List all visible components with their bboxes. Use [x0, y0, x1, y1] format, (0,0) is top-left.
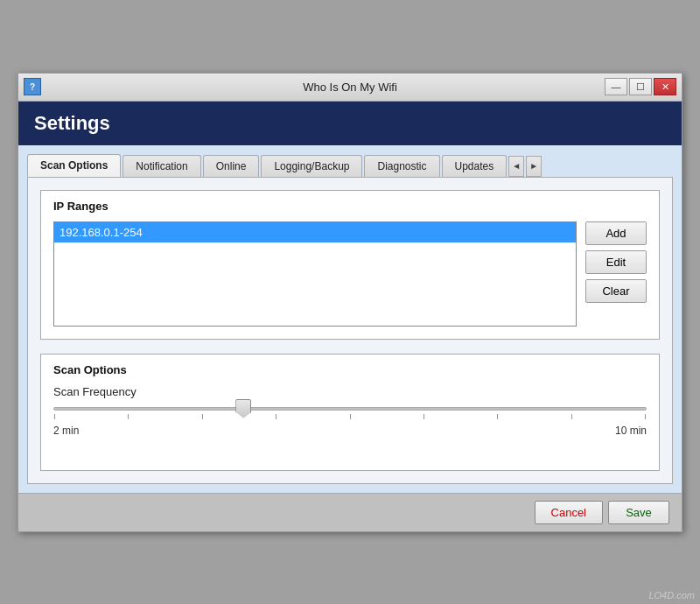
main-window: ? Who Is On My Wifi — ☐ ✕ Settings Scan …	[18, 73, 682, 532]
scan-frequency-label: Scan Frequency	[53, 385, 647, 398]
main-content: Scan Options Notification Online Logging…	[18, 145, 682, 493]
slider-min-label: 2 min	[53, 425, 79, 437]
ip-range-item[interactable]: 192.168.0.1-254	[54, 222, 576, 242]
close-button[interactable]: ✕	[654, 78, 676, 95]
tick	[54, 414, 55, 419]
window-title: Who Is On My Wifi	[303, 81, 397, 94]
title-bar-left: ?	[24, 78, 41, 95]
ip-range-buttons: Add Edit Clear	[585, 221, 647, 327]
tabs-row: Scan Options Notification Online Logging…	[27, 154, 673, 178]
tab-scan-options[interactable]: Scan Options	[27, 154, 121, 177]
title-bar: ? Who Is On My Wifi — ☐ ✕	[18, 74, 682, 102]
slider-max-label: 10 min	[615, 425, 647, 437]
watermark: LO4D.com	[648, 590, 695, 600]
ip-ranges-group: IP Ranges 192.168.0.1-254 Add Edit Clear	[40, 190, 660, 340]
tab-online[interactable]: Online	[203, 155, 260, 177]
settings-header: Settings	[18, 102, 682, 145]
tab-scroll-left[interactable]: ◄	[508, 156, 524, 177]
slider-labels: 2 min 10 min	[53, 425, 647, 437]
ip-ranges-list[interactable]: 192.168.0.1-254	[53, 221, 577, 327]
tab-notification[interactable]: Notification	[122, 155, 200, 177]
maximize-button[interactable]: ☐	[629, 78, 652, 95]
footer: Cancel Save	[18, 493, 682, 531]
add-button[interactable]: Add	[585, 221, 647, 245]
ip-ranges-layout: 192.168.0.1-254 Add Edit Clear	[53, 221, 647, 327]
tab-diagnostic[interactable]: Diagnostic	[364, 155, 439, 177]
tick	[276, 414, 276, 419]
tick	[497, 414, 498, 419]
tab-updates[interactable]: Updates	[442, 155, 508, 177]
app-icon: ?	[24, 78, 41, 95]
save-button[interactable]: Save	[608, 501, 669, 524]
tick	[571, 414, 572, 419]
window-controls: — ☐ ✕	[605, 78, 676, 95]
ip-ranges-title: IP Ranges	[53, 200, 647, 213]
scan-options-title: Scan Options	[53, 363, 647, 376]
tab-scroll-right[interactable]: ►	[526, 156, 542, 177]
scan-frequency-slider-container: 2 min 10 min	[53, 407, 647, 454]
settings-title: Settings	[34, 112, 666, 135]
tick	[424, 414, 424, 419]
tick	[128, 414, 129, 419]
minimize-button[interactable]: —	[605, 78, 627, 95]
tick	[202, 414, 203, 419]
edit-button[interactable]: Edit	[585, 250, 647, 274]
slider-ticks	[53, 414, 647, 419]
tab-logging-backup[interactable]: Logging/Backup	[261, 155, 362, 177]
clear-button[interactable]: Clear	[585, 279, 647, 303]
tab-panel: IP Ranges 192.168.0.1-254 Add Edit Clear	[27, 178, 673, 484]
cancel-button[interactable]: Cancel	[535, 501, 603, 524]
tick	[350, 414, 351, 419]
tick	[645, 414, 646, 419]
slider-track	[53, 407, 647, 411]
scan-options-group: Scan Options Scan Frequency	[40, 354, 660, 471]
